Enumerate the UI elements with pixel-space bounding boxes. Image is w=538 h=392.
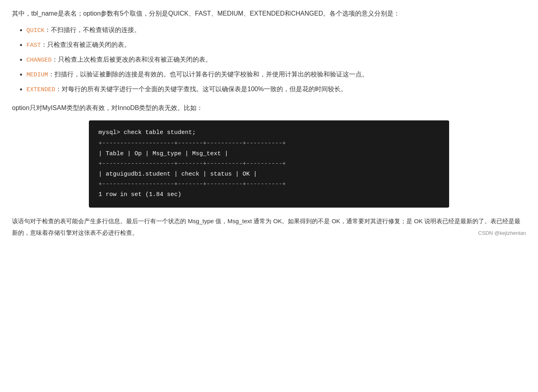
desc-changed: ：只检查上次检查后被更改的表和没有被正确关闭的表。 <box>52 56 212 63</box>
keyword-quick: QUICK <box>26 27 44 34</box>
list-item-changed: CHANGED：只检查上次检查后被更改的表和没有被正确关闭的表。 <box>26 54 526 66</box>
desc-quick: ：不扫描行，不检查错误的连接。 <box>44 26 141 33</box>
code-block: mysql> check table student; +-----------… <box>89 120 449 208</box>
list-item-extended: EXTENDED：对每行的所有关键字进行一个全面的关键字查找。这可以确保表是10… <box>26 84 526 95</box>
list-item-fast: FAST：只检查没有被正确关闭的表。 <box>26 39 526 51</box>
desc-extended: ：对每行的所有关键字进行一个全面的关键字查找。这可以确保表是100%一致的，但是… <box>55 86 347 92</box>
options-list: QUICK：不扫描行，不检查错误的连接。 FAST：只检查没有被正确关闭的表。 … <box>12 24 526 95</box>
keyword-fast: FAST <box>26 42 41 49</box>
list-item-quick: QUICK：不扫描行，不检查错误的连接。 <box>26 24 526 36</box>
code-line-1: mysql> check table student; <box>98 128 440 138</box>
footer-section: 该语句对于检查的表可能会产生多行信息。最后一行有一个状态的 Msg_type 值… <box>12 216 526 238</box>
note-paragraph: option只对MyISAM类型的表有效，对InnoDB类型的表无效。比如： <box>12 102 526 114</box>
code-result: 1 row in set (1.84 sec) <box>98 190 440 200</box>
keyword-extended: EXTENDED <box>26 86 55 93</box>
desc-medium: ：扫描行，以验证被删除的连接是有效的。也可以计算各行的关键字校验和，并使用计算出… <box>48 71 368 78</box>
list-item-medium: MEDIUM：扫描行，以验证被删除的连接是有效的。也可以计算各行的关键字校验和，… <box>26 69 526 80</box>
code-divider-3: +--------------------+-------+----------… <box>98 179 440 190</box>
code-header-row: | Table | Op | Msg_type | Msg_text | <box>98 149 440 159</box>
code-divider-2: +--------------------+-------+----------… <box>98 159 440 169</box>
desc-fast: ：只检查没有被正确关闭的表。 <box>41 41 130 48</box>
csdn-credit: CSDN @kejizhentan <box>478 228 526 238</box>
intro-paragraph: 其中，tbl_name是表名；option参数有5个取值，分别是QUICK、FA… <box>12 8 526 20</box>
code-data-row: | atguigudb1.student | check | status | … <box>98 169 440 180</box>
keyword-changed: CHANGED <box>26 57 52 64</box>
footer-text: 该语句对于检查的表可能会产生多行信息。最后一行有一个状态的 Msg_type 值… <box>12 218 520 236</box>
code-divider-1: +--------------------+-------+----------… <box>98 138 440 149</box>
keyword-medium: MEDIUM <box>26 72 48 78</box>
